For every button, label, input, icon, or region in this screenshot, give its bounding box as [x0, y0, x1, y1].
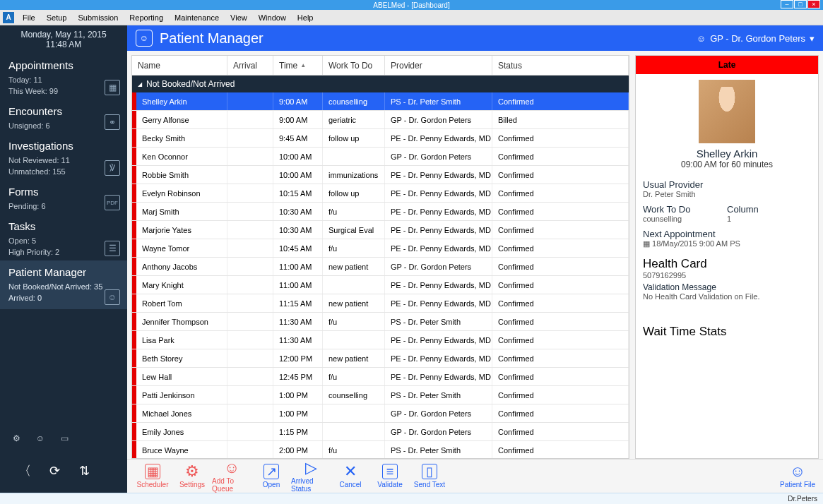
settings-button[interactable]: ⚙Settings — [172, 461, 212, 492]
page-title: Patient Manager — [160, 30, 264, 47]
action-bar: ▦Scheduler ⚙Settings ☺Add To Queue ↗Open… — [127, 459, 823, 493]
patient-file-button[interactable]: ☺Patient File — [778, 461, 817, 492]
table-row[interactable]: Ken Oconnor10:00 AMGP - Dr. Gordon Peter… — [132, 148, 629, 166]
open-icon: ↗ — [264, 464, 279, 479]
sidebar-date: Monday, May 11, 2015 — [0, 30, 127, 40]
table-row[interactable]: Bruce Wayne2:00 PMf/uPS - Dr. Peter Smit… — [132, 441, 629, 458]
gear-icon: ⚙ — [184, 464, 200, 479]
patient-table: Name Arrival Time Work To Do Provider St… — [131, 55, 629, 459]
send-text-button[interactable]: ▯Send Text — [410, 461, 449, 492]
menu-view[interactable]: View — [225, 13, 253, 22]
cancel-button[interactable]: ✕Cancel — [331, 461, 370, 492]
table-row[interactable]: Anthony Jacobs11:00 AMnew patientGP - Dr… — [132, 258, 629, 276]
group-row[interactable]: Not Booked/Not Arrived — [132, 76, 629, 92]
sidebar-appointments[interactable]: Appointments Today: 11 This Week: 99 ▦ — [0, 54, 127, 100]
person-icon[interactable]: ☺ — [32, 431, 48, 446]
table-row[interactable]: Jennifer Thompson11:30 AMf/uPS - Dr. Pet… — [132, 313, 629, 331]
patient-photo — [699, 80, 755, 143]
table-row[interactable]: Becky Smith9:45 AMfollow upPE - Dr. Penn… — [132, 129, 629, 148]
menu-maintenance[interactable]: Maintenance — [169, 13, 225, 22]
col-arrival[interactable]: Arrival — [227, 56, 273, 75]
sidebar-investigations[interactable]: Investigations Not Reviewed: 11 Unmatche… — [0, 134, 127, 180]
status-bar: Dr.Peters — [0, 493, 823, 504]
calendar-small-icon: ▦ — [643, 239, 650, 248]
table-row[interactable]: Robbie Smith10:00 AMimmunizationsPE - Dr… — [132, 166, 629, 184]
table-row[interactable]: Wayne Tomor10:45 AMf/uPE - Dr. Penny Edw… — [132, 239, 629, 258]
nav-back-icon[interactable]: 〈 — [17, 463, 32, 479]
table-row[interactable]: Marjorie Yates10:30 AMSurgical EvalPE - … — [132, 221, 629, 239]
sidebar-time: 11:48 AM — [0, 40, 127, 49]
window-titlebar: ABELMed - [Dashboard] – □ × — [0, 0, 823, 10]
patient-info-panel: Late Shelley Arkin 09:00 AM for 60 minut… — [635, 55, 819, 459]
menu-setup[interactable]: Setup — [41, 13, 73, 22]
menu-reporting[interactable]: Reporting — [124, 13, 169, 22]
window-minimize[interactable]: – — [781, 0, 793, 8]
settings-gear-icon[interactable]: ⚙ — [8, 431, 24, 446]
table-row[interactable]: Lew Hall12:45 PMf/uPE - Dr. Penny Edward… — [132, 368, 629, 386]
table-row[interactable]: Michael Jones1:00 PMGP - Dr. Gordon Pete… — [132, 404, 629, 423]
menu-file[interactable]: File — [17, 13, 41, 22]
table-row[interactable]: Gerry Alfonse9:00 AMgeriatricGP - Dr. Go… — [132, 111, 629, 129]
menu-window[interactable]: Window — [253, 13, 292, 22]
sidebar: Monday, May 11, 2015 11:48 AM Appointmen… — [0, 25, 127, 493]
table-row[interactable]: Evelyn Robinson10:15 AMfollow upPE - Dr.… — [132, 184, 629, 203]
col-work[interactable]: Work To Do — [323, 56, 385, 75]
app-icon: A — [3, 12, 14, 23]
sidebar-patient-manager[interactable]: Patient Manager Not Booked/Not Arrived: … — [0, 260, 127, 309]
chevron-down-icon: ▾ — [810, 33, 815, 44]
patient-name: Shelley Arkin — [636, 148, 818, 160]
sidebar-encounters[interactable]: Encounters Unsigned: 6 ⚭ — [0, 100, 127, 134]
card-icon[interactable]: ▭ — [57, 431, 72, 446]
flag-icon: ▷ — [303, 460, 319, 476]
add-to-queue-button[interactable]: ☺Add To Queue — [212, 461, 251, 492]
user-icon: ☺ — [697, 33, 706, 44]
patient-appt-time: 09:00 AM for 60 minutes — [636, 160, 818, 169]
table-row[interactable]: Patti Jenkinson1:00 PMcounsellingPS - Dr… — [132, 386, 629, 404]
window-maximize[interactable]: □ — [794, 0, 807, 8]
sidebar-tasks[interactable]: Tasks Open: 5 High Priority: 2 ☰ — [0, 215, 127, 260]
table-row[interactable]: Marj Smith10:30 AMf/uPE - Dr. Penny Edwa… — [132, 203, 629, 221]
table-body: Shelley Arkin9:00 AMcounsellingPS - Dr. … — [132, 92, 629, 458]
menu-help[interactable]: Help — [292, 13, 319, 22]
col-name[interactable]: Name — [132, 56, 227, 75]
header-bar: ☺ Patient Manager ☺ GP - Dr. Gordon Pete… — [127, 25, 823, 51]
window-close[interactable]: × — [807, 0, 820, 8]
table-row[interactable]: Mary Knight11:00 AMPE - Dr. Penny Edward… — [132, 276, 629, 294]
scheduler-icon: ▦ — [145, 464, 160, 479]
add-person-icon: ☺ — [224, 460, 239, 476]
validate-icon: ≡ — [382, 464, 398, 479]
col-provider[interactable]: Provider — [385, 56, 492, 75]
nav-sync-icon[interactable]: ⇅ — [76, 463, 92, 479]
menu-bar: A FileSetupSubmissionReportingMaintenanc… — [0, 10, 823, 25]
table-row[interactable]: Beth Storey12:00 PMnew patientPE - Dr. P… — [132, 349, 629, 368]
provider-dropdown[interactable]: ☺ GP - Dr. Gordon Peters ▾ — [697, 33, 815, 44]
late-banner: Late — [636, 56, 818, 74]
patient-file-icon: ☺ — [790, 464, 805, 479]
table-row[interactable]: Lisa Park11:30 AMPE - Dr. Penny Edwards,… — [132, 331, 629, 349]
table-row[interactable]: Shelley Arkin9:00 AMcounsellingPS - Dr. … — [132, 92, 629, 111]
cancel-icon: ✕ — [343, 464, 358, 479]
col-time[interactable]: Time — [273, 56, 323, 75]
window-title: ABELMed - [Dashboard] — [373, 1, 449, 9]
table-row[interactable]: Robert Tom11:15 AMnew patientPE - Dr. Pe… — [132, 294, 629, 313]
table-row[interactable]: Emily Jones1:15 PMGP - Dr. Gordon Peters… — [132, 423, 629, 441]
menu-submission[interactable]: Submission — [72, 13, 124, 22]
patient-manager-icon: ☺ — [136, 30, 153, 47]
open-button[interactable]: ↗Open — [251, 461, 291, 492]
nav-refresh-icon[interactable]: ⟳ — [47, 463, 62, 479]
sidebar-forms[interactable]: Forms Pending: 6 PDF — [0, 180, 127, 215]
validate-button[interactable]: ≡Validate — [370, 461, 410, 492]
scheduler-button[interactable]: ▦Scheduler — [133, 461, 172, 492]
table-header: Name Arrival Time Work To Do Provider St… — [132, 56, 629, 76]
arrived-status-button[interactable]: ▷Arrived Status — [291, 461, 331, 492]
phone-icon: ▯ — [422, 464, 437, 479]
col-status[interactable]: Status — [492, 56, 629, 75]
